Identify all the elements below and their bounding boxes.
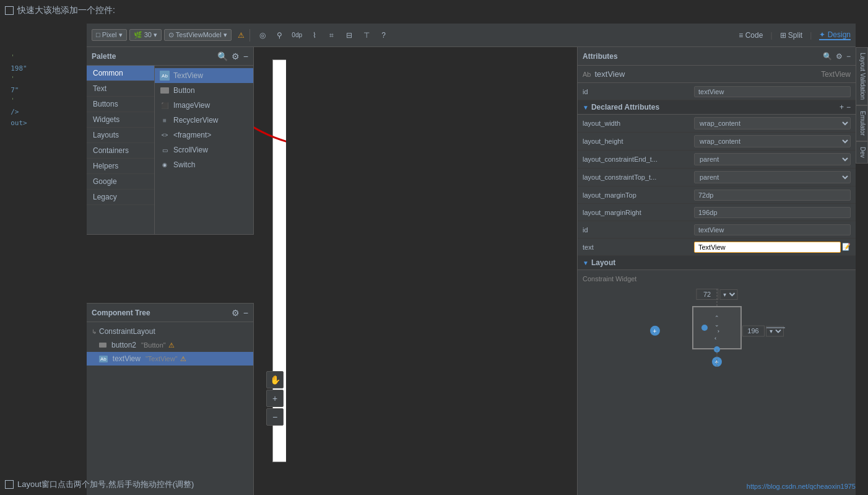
minimize-icon[interactable]: − [243,51,248,61]
edge-tab-layout-validation[interactable]: Layout Validation [856,47,868,105]
attr-select-constraint-end[interactable]: parent [694,153,851,165]
palette-item-fragment[interactable]: <> <fragment> [155,128,253,142]
palette-item-textview[interactable]: Ab TextView [155,68,253,83]
palette-category-widgets[interactable]: Widgets [87,112,154,128]
collapse-icon[interactable]: ▼ [583,104,589,111]
palette-header: Palette 🔍 ⚙ − [87,47,253,66]
align-tool[interactable]: ⊟ [342,28,357,43]
layout-section-content: Constraint Widget ▾ ⌃ ⌄ ⌃ ⌃ [578,270,856,378]
top-margin-unit-select[interactable]: ▾ [719,289,737,300]
attr-select-layout-height[interactable]: wrap_content [694,135,851,147]
palette-category-containers[interactable]: Containers [87,143,154,159]
tree-item-button2[interactable]: button2 "Button" ⚠ [87,338,253,352]
palette-category-google[interactable]: Google [87,174,154,190]
settings-icon[interactable]: ⚙ [232,51,240,61]
palette-item-recyclerview[interactable]: ≡ RecyclerView [155,113,253,128]
attr-select-layout-width[interactable]: wrap_content [694,117,851,129]
switch-palette-icon: ◉ [160,160,170,170]
code-line: 198" [2,63,84,74]
add-attribute-icon[interactable]: + [840,103,844,112]
palette-category-buttons[interactable]: Buttons [87,97,154,112]
palette-tools: 🔍 ⚙ − [217,51,248,61]
code-tab[interactable]: ≡ Code [739,31,763,40]
attr-key-layout-height: layout_height [583,138,694,145]
attr-settings-icon[interactable]: ⚙ [836,52,843,61]
attr-search-icon[interactable]: 🔍 [823,52,832,61]
recyclerview-icon: ≡ [160,115,170,125]
zoom-in-tool[interactable]: + [266,390,284,407]
attr-val-id2 [694,224,851,235]
tree-item-constraintlayout[interactable]: ↳ ConstraintLayout [87,325,253,338]
remove-attribute-icon[interactable]: − [846,103,851,112]
attr-val-layout-width: wrap_content [694,117,851,129]
tree-item-textview[interactable]: Ab textView "TextView" ⚠ [87,352,253,366]
bottom-checkbox-icon [5,480,14,489]
bottom-link[interactable]: https://blog.csdn.net/qcheaoxin1975 [747,483,856,490]
attr-view-class: TextView [821,70,851,79]
attr-key-margin-top: layout_marginTop [583,191,694,199]
edge-tab-emulator[interactable]: Emulator [856,105,868,141]
text-edit-icon[interactable]: 📝 [842,243,851,251]
palette-item-imageview-label: ImageView [173,101,210,110]
attr-input-margin-top[interactable] [694,190,851,201]
split-tab[interactable]: ⊞ Split [780,31,803,40]
palette-category-legacy[interactable]: Legacy [87,190,154,205]
viewmodel-selector[interactable]: ⊙ TestViewModel ▾ [164,29,232,41]
tree-textview-label: textView [113,354,141,363]
palette-content: Common Text Buttons Widgets Layouts Cont… [87,66,253,234]
magnet-tool[interactable]: ⚲ [272,28,287,43]
attr-input-id[interactable] [694,86,851,97]
right-margin-input[interactable] [742,325,765,336]
palette-item-imageview[interactable]: ⬛ ImageView [155,98,253,113]
checkbox-icon [5,6,14,15]
connect-tool[interactable]: ⌗ [324,28,339,43]
palette-item-scrollview[interactable]: ▭ ScrollView [155,142,253,157]
declared-attributes-actions: + − [840,103,851,112]
component-tree-header: Component Tree ⚙ − [87,304,253,322]
palette-category-layouts[interactable]: Layouts [87,128,154,143]
attr-input-margin-right[interactable] [694,207,851,218]
bottom-annotation: Layout窗口点击两个加号,然后手动拖动控件(调整) [5,479,194,490]
component-tree-panel: Component Tree ⚙ − ↳ ConstraintLayout bu… [87,303,254,495]
palette-item-button[interactable]: Button [155,83,253,98]
device-selector[interactable]: □ Pixel ▾ [92,29,127,41]
layout-section-title: Layout [591,258,615,267]
tree-minimize-icon[interactable]: − [243,308,248,318]
attr-minimize-icon[interactable]: − [846,52,851,61]
canvas-area: txtVie 72 196 BUT [254,47,286,495]
margin-tool[interactable]: 0dp [290,28,305,43]
annotation-text: 快速大该地添加一个控件: [17,5,115,16]
design-tab[interactable]: ✦ Design [819,30,851,40]
chevron-down: ⌄ [714,322,719,328]
baseline-tool[interactable]: ⊤ [359,28,374,43]
palette-category-common[interactable]: Common [87,66,154,81]
warning-indicator: ⚠ [238,31,245,40]
top-margin-input[interactable] [696,289,718,300]
palette-item-switch[interactable]: ◉ Switch [155,157,253,172]
right-margin-unit-select[interactable]: ▾ [766,326,784,336]
code-line: /> [2,107,84,118]
code-line: 7" [2,85,84,96]
palette-category-helpers[interactable]: Helpers [87,159,154,174]
edge-tab-dev[interactable]: Dev [856,141,868,164]
zoom-selector[interactable]: 🌿 30 ▾ [129,29,162,41]
layout-collapse-icon[interactable]: ▼ [583,260,589,266]
attr-input-text[interactable] [694,242,841,253]
search-icon[interactable]: 🔍 [217,51,228,61]
attr-key-id2: id [583,226,694,234]
palette-category-text[interactable]: Text [87,81,154,97]
eye-tool[interactable]: ◎ [255,28,270,43]
constraint-chevrons: ⌃ ⌄ ⌃ ⌃ [714,315,719,341]
path-tool[interactable]: ⌇ [307,28,322,43]
bottom-add-constraint-btn[interactable]: + [712,357,722,367]
zoom-out-tool[interactable]: − [266,408,284,426]
help-tool[interactable]: ? [376,28,391,43]
attr-select-constraint-top[interactable]: parent [694,171,851,183]
tree-settings-icon[interactable]: ⚙ [232,308,240,318]
attr-key-constraint-end: layout_constraintEnd_t... [583,156,694,163]
declared-attributes-header: ▼ Declared Attributes [583,103,659,112]
left-add-constraint-btn[interactable]: + [650,326,660,336]
attr-input-id2[interactable] [694,224,851,235]
hand-tool[interactable]: ✋ [266,371,284,388]
tree-constraintlayout-label: ConstraintLayout [99,327,155,336]
